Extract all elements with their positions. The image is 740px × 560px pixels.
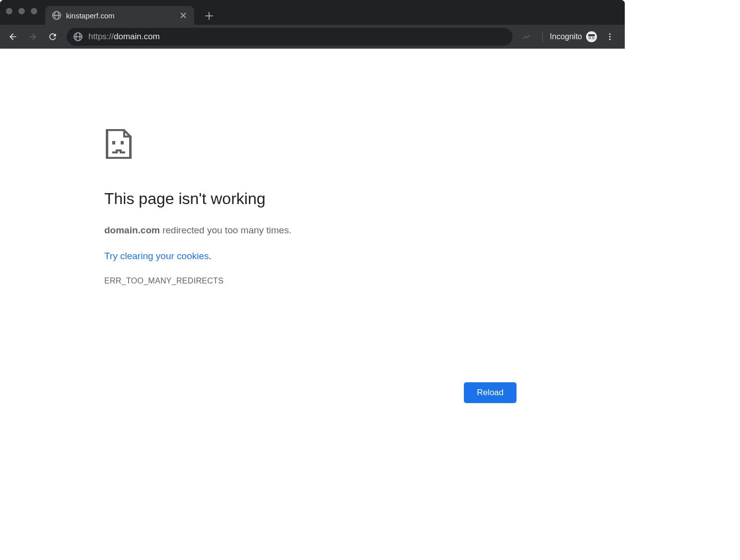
- svg-point-2: [609, 39, 611, 40]
- clear-cookies-link[interactable]: Try clearing your cookies: [104, 251, 209, 261]
- error-message: domain.com redirected you too many times…: [104, 225, 517, 236]
- browser-toolbar: https://domain.com Incognito: [0, 25, 625, 49]
- link-period: .: [209, 251, 211, 261]
- back-button[interactable]: [4, 28, 22, 46]
- new-tab-button[interactable]: [201, 8, 217, 24]
- window-minimize-dot[interactable]: [18, 8, 25, 14]
- error-page: This page isn't working domain.com redir…: [0, 49, 546, 473]
- extensions-icon[interactable]: [518, 28, 535, 46]
- address-bar[interactable]: https://domain.com: [67, 28, 513, 46]
- site-info-icon[interactable]: [74, 32, 82, 41]
- svg-rect-3: [112, 141, 115, 144]
- globe-icon: [52, 11, 61, 20]
- menu-button[interactable]: [601, 28, 619, 46]
- window-controls: [6, 0, 37, 25]
- svg-point-0: [609, 33, 611, 35]
- toolbar-divider: [542, 31, 543, 42]
- error-title: This page isn't working: [104, 190, 517, 208]
- url-text: https://domain.com: [88, 32, 160, 42]
- reload-button[interactable]: [44, 28, 62, 46]
- forward-button[interactable]: [24, 28, 42, 46]
- error-code: ERR_TOO_MANY_REDIRECTS: [104, 277, 517, 285]
- window-close-dot[interactable]: [6, 8, 12, 14]
- error-host: domain.com: [104, 225, 160, 235]
- tab-title: kinstaperf.com: [66, 11, 115, 20]
- close-tab-icon[interactable]: [179, 11, 187, 19]
- incognito-icon: [586, 31, 597, 42]
- url-scheme: https://: [88, 32, 114, 41]
- browser-tab[interactable]: kinstaperf.com: [45, 6, 194, 25]
- reload-page-button[interactable]: Reload: [464, 382, 517, 403]
- error-suggestion: Try clearing your cookies.: [104, 251, 517, 262]
- svg-point-1: [609, 36, 611, 38]
- url-domain: domain.com: [114, 32, 160, 41]
- error-message-text: redirected you too many times.: [160, 225, 292, 235]
- tab-strip: kinstaperf.com: [0, 0, 625, 25]
- sad-document-icon: [104, 128, 133, 160]
- window-maximize-dot[interactable]: [31, 8, 37, 14]
- incognito-label: Incognito: [550, 32, 582, 41]
- svg-rect-4: [121, 141, 123, 144]
